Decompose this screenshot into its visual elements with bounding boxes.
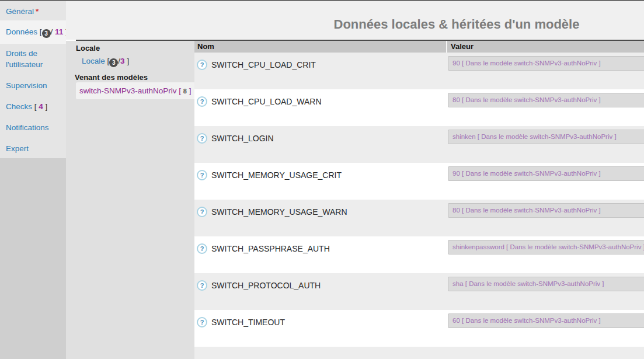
table-row: ?SWITCH_CPU_LOAD_CRIT90 [ Dans le modèle… [194,53,644,89]
variable-value-field[interactable]: 60 [ Dans le modèle switch-SNMPv3-authNo… [448,313,644,328]
variable-value-field[interactable]: shinkenpassword [ Dans le modèle switch-… [448,240,644,255]
sidebar-item-notifications[interactable]: Notifications [6,122,49,133]
sidebar-item-label: Checks [6,102,32,111]
local-data-link[interactable]: Locale [3/3 ] [82,57,129,67]
bracket-close: ] [189,86,192,95]
bracket-open: [ [34,102,37,111]
sidebar-item-label: Général [6,7,34,16]
variable-name: SWITCH_MEMORY_USAGE_CRIT [211,170,342,180]
variable-value-field[interactable]: 90 [ Dans le modèle switch-SNMPv3-authNo… [448,166,644,181]
local-section-header: Locale [76,44,100,53]
models-section-header: Venant des modèles [75,73,148,82]
variable-name: SWITCH_TIMEOUT [211,318,285,327]
table-row: ?SWITCH_MEMORY_USAGE_WARN80 [ Dans le mo… [194,200,644,236]
sidebar-item-label: Droits de l'utilisateur [6,49,43,69]
count-badge: 3 [42,29,51,38]
variable-name: SWITCH_CPU_LOAD_CRIT [211,60,316,69]
variable-name: SWITCH_CPU_LOAD_WARN [211,97,322,106]
total-count: 4 [39,102,43,111]
config-screen: Général* Données [3/ 11 ] Droits de l'ut… [0,0,644,359]
sidebar-item-label: Notifications [6,123,49,132]
variable-name: SWITCH_PROTOCOL_AUTH [211,281,321,290]
sidebar-item-label: Données [6,27,37,36]
variable-name: SWITCH_MEMORY_USAGE_WARN [211,207,347,217]
sidebar-item-supervision[interactable]: Supervision [6,80,47,91]
bracket-open: [ [40,27,42,36]
sidebar-item-checks[interactable]: Checks [ 4 ] [6,101,47,112]
column-header-nom: Nom [194,41,446,53]
column-header-valeur: Valeur [447,41,644,53]
data-source-panel: Locale Locale [3/3 ] Venant des modèles … [66,41,194,359]
bracket-open: [ [179,86,181,95]
slash: / [51,27,53,36]
next-row-clipped [194,347,644,359]
sidebar-bottom-filler [0,158,66,359]
variable-name: SWITCH_PASSPHRASE_AUTH [211,244,330,253]
help-icon[interactable]: ? [197,280,207,291]
table-row: ?SWITCH_MEMORY_USAGE_CRIT90 [ Dans le mo… [194,163,644,200]
model-count: 8 [183,88,187,95]
model-label: switch-SNMPv3-authNoPriv [79,86,177,95]
variables-table: Nom Valeur ?SWITCH_CPU_LOAD_CRIT90 [ Dan… [194,41,644,359]
help-icon[interactable]: ? [197,207,207,217]
table-row: ?SWITCH_PROTOCOL_AUTHsha [ Dans le modèl… [194,273,644,310]
sidebar-item-donnees[interactable]: Données [3/ 11 ] [6,26,68,38]
table-row: ?SWITCH_TIMEOUT60 [ Dans le modèle switc… [194,310,644,347]
required-asterisk: * [36,7,39,16]
count-badge: 3 [109,58,118,67]
model-item-selected[interactable]: switch-SNMPv3-authNoPriv [ 8 ] [76,82,194,99]
help-icon[interactable]: ? [197,317,207,327]
table-row: ?SWITCH_LOGINshinken [ Dans le modèle sw… [194,126,644,163]
sidebar-item-label: Supervision [6,81,47,90]
bracket-close: ] [127,57,129,65]
help-icon[interactable]: ? [197,96,207,107]
table-row: ?SWITCH_CPU_LOAD_WARN80 [ Dans le modèle… [194,89,644,126]
title-band: Données locales & héritées d'un modèle [66,1,644,40]
variable-value-field[interactable]: 80 [ Dans le modèle switch-SNMPv3-authNo… [448,203,644,218]
local-link-label: Locale [82,57,105,65]
sidebar-item-expert[interactable]: Expert [6,143,29,154]
help-icon[interactable]: ? [197,170,207,180]
table-row: ?SWITCH_PASSPHRASE_AUTHshinkenpassword [… [194,236,644,273]
variable-value-field[interactable]: 80 [ Dans le modèle switch-SNMPv3-authNo… [448,93,644,107]
total-count: 3 [120,57,125,65]
page-title: Données locales & héritées d'un modèle [194,17,644,32]
variable-name: SWITCH_LOGIN [211,134,274,143]
sidebar-item-general[interactable]: Général* [6,6,39,17]
sidebar-item-label: Expert [6,144,29,153]
sidebar-tabs: Général* Données [3/ 11 ] Droits de l'ut… [0,1,66,359]
variable-value-field[interactable]: 90 [ Dans le modèle switch-SNMPv3-authNo… [448,56,644,71]
help-icon[interactable]: ? [197,60,207,70]
variable-value-field[interactable]: shinken [ Dans le modèle switch-SNMPv3-a… [448,130,644,144]
table-header: Nom Valeur [194,41,644,53]
variable-value-field[interactable]: sha [ Dans le modèle switch-SNMPv3-authN… [448,277,644,291]
bracket-close: ] [46,102,48,111]
sidebar-item-droits[interactable]: Droits de l'utilisateur [6,48,61,70]
help-icon[interactable]: ? [197,243,207,254]
total-count: 11 [55,27,63,36]
help-icon[interactable]: ? [197,133,207,144]
data-table-rows: ?SWITCH_CPU_LOAD_CRIT90 [ Dans le modèle… [194,53,644,347]
